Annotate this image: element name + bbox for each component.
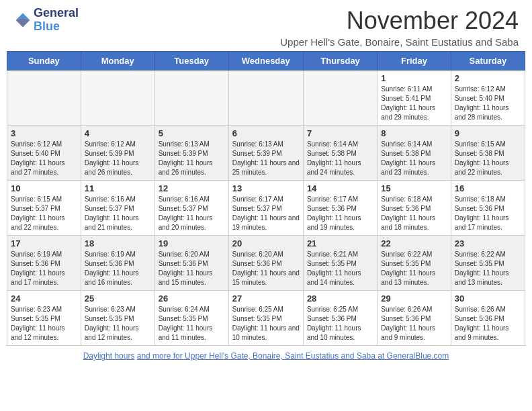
- day-info: Sunrise: 6:24 AMSunset: 5:35 PMDaylight:…: [159, 305, 225, 342]
- day-cell-4: 4Sunrise: 6:12 AMSunset: 5:39 PMDaylight…: [81, 126, 154, 181]
- day-info: Sunrise: 6:18 AMSunset: 5:36 PMDaylight:…: [381, 195, 447, 232]
- day-number: 20: [232, 238, 300, 248]
- day-header-tuesday: Tuesday: [154, 52, 228, 71]
- day-cell-25: 25Sunrise: 6:23 AMSunset: 5:35 PMDayligh…: [81, 291, 154, 346]
- day-number: 12: [159, 183, 225, 193]
- day-info: Sunrise: 6:26 AMSunset: 5:36 PMDaylight:…: [381, 305, 447, 342]
- day-number: 13: [232, 183, 300, 193]
- day-number: 21: [307, 238, 373, 248]
- day-header-saturday: Saturday: [451, 52, 525, 71]
- daylight-hours-link[interactable]: Daylight hours: [83, 351, 135, 361]
- day-number: 6: [232, 128, 300, 138]
- day-cell-9: 9Sunrise: 6:15 AMSunset: 5:38 PMDaylight…: [451, 126, 525, 181]
- day-cell-13: 13Sunrise: 6:17 AMSunset: 5:37 PMDayligh…: [228, 181, 303, 236]
- day-cell-22: 22Sunrise: 6:22 AMSunset: 5:35 PMDayligh…: [378, 236, 451, 291]
- day-cell-2: 2Sunrise: 6:12 AMSunset: 5:40 PMDaylight…: [451, 71, 525, 126]
- day-cell-3: 3Sunrise: 6:12 AMSunset: 5:40 PMDaylight…: [7, 126, 81, 181]
- logo: General Blue: [13, 7, 79, 34]
- week-row-3: 10Sunrise: 6:15 AMSunset: 5:37 PMDayligh…: [7, 181, 525, 236]
- day-cell-29: 29Sunrise: 6:26 AMSunset: 5:36 PMDayligh…: [378, 291, 451, 346]
- day-cell-28: 28Sunrise: 6:25 AMSunset: 5:36 PMDayligh…: [303, 291, 377, 346]
- day-cell-21: 21Sunrise: 6:21 AMSunset: 5:35 PMDayligh…: [303, 236, 377, 291]
- footer-suffix: and more for Upper Hell's Gate, Bonaire,…: [137, 351, 449, 361]
- week-row-5: 24Sunrise: 6:23 AMSunset: 5:35 PMDayligh…: [7, 291, 525, 346]
- day-cell-27: 27Sunrise: 6:25 AMSunset: 5:35 PMDayligh…: [228, 291, 303, 346]
- day-cell-26: 26Sunrise: 6:24 AMSunset: 5:35 PMDayligh…: [154, 291, 228, 346]
- day-info: Sunrise: 6:15 AMSunset: 5:37 PMDaylight:…: [11, 195, 77, 232]
- empty-cell: [228, 71, 303, 126]
- footer: Daylight hours and more for Upper Hell's…: [0, 346, 532, 366]
- day-number: 7: [307, 128, 373, 138]
- calendar-table: SundayMondayTuesdayWednesdayThursdayFrid…: [7, 51, 525, 346]
- page-container: General Blue November 2024 Upper Hell's …: [0, 0, 532, 366]
- day-cell-6: 6Sunrise: 6:13 AMSunset: 5:39 PMDaylight…: [228, 126, 303, 181]
- day-number: 28: [307, 293, 373, 304]
- day-cell-11: 11Sunrise: 6:16 AMSunset: 5:37 PMDayligh…: [81, 181, 154, 236]
- day-number: 11: [85, 183, 151, 193]
- day-info: Sunrise: 6:15 AMSunset: 5:38 PMDaylight:…: [455, 140, 521, 177]
- day-number: 16: [455, 183, 521, 193]
- day-info: Sunrise: 6:16 AMSunset: 5:37 PMDaylight:…: [85, 195, 151, 232]
- day-cell-19: 19Sunrise: 6:20 AMSunset: 5:36 PMDayligh…: [154, 236, 228, 291]
- week-row-4: 17Sunrise: 6:19 AMSunset: 5:36 PMDayligh…: [7, 236, 525, 291]
- logo-text: General Blue: [34, 7, 79, 34]
- day-cell-14: 14Sunrise: 6:17 AMSunset: 5:36 PMDayligh…: [303, 181, 377, 236]
- day-cell-8: 8Sunrise: 6:14 AMSunset: 5:38 PMDaylight…: [378, 126, 451, 181]
- day-info: Sunrise: 6:13 AMSunset: 5:39 PMDaylight:…: [159, 140, 225, 177]
- day-info: Sunrise: 6:20 AMSunset: 5:36 PMDaylight:…: [159, 250, 225, 287]
- day-info: Sunrise: 6:25 AMSunset: 5:35 PMDaylight:…: [232, 305, 300, 342]
- week-row-1: 1Sunrise: 6:11 AMSunset: 5:41 PMDaylight…: [7, 71, 525, 126]
- empty-cell: [81, 71, 154, 126]
- day-cell-15: 15Sunrise: 6:18 AMSunset: 5:36 PMDayligh…: [378, 181, 451, 236]
- day-header-monday: Monday: [81, 52, 154, 71]
- day-cell-7: 7Sunrise: 6:14 AMSunset: 5:38 PMDaylight…: [303, 126, 377, 181]
- day-headers-row: SundayMondayTuesdayWednesdayThursdayFrid…: [7, 52, 525, 71]
- day-cell-24: 24Sunrise: 6:23 AMSunset: 5:35 PMDayligh…: [7, 291, 81, 346]
- empty-cell: [7, 71, 81, 126]
- day-number: 17: [11, 238, 77, 248]
- day-number: 4: [85, 128, 151, 138]
- day-info: Sunrise: 6:12 AMSunset: 5:40 PMDaylight:…: [11, 140, 77, 177]
- day-info: Sunrise: 6:23 AMSunset: 5:35 PMDaylight:…: [85, 305, 151, 342]
- header: General Blue November 2024 Upper Hell's …: [0, 0, 532, 51]
- day-number: 23: [455, 238, 521, 248]
- day-cell-18: 18Sunrise: 6:19 AMSunset: 5:36 PMDayligh…: [81, 236, 154, 291]
- logo-icon: [13, 11, 32, 30]
- day-header-sunday: Sunday: [7, 52, 81, 71]
- day-info: Sunrise: 6:17 AMSunset: 5:36 PMDaylight:…: [307, 195, 373, 232]
- day-number: 25: [85, 293, 151, 304]
- day-info: Sunrise: 6:14 AMSunset: 5:38 PMDaylight:…: [381, 140, 447, 177]
- day-number: 27: [232, 293, 300, 304]
- month-title: November 2024: [280, 7, 519, 35]
- day-number: 5: [159, 128, 225, 138]
- day-cell-20: 20Sunrise: 6:20 AMSunset: 5:36 PMDayligh…: [228, 236, 303, 291]
- day-info: Sunrise: 6:23 AMSunset: 5:35 PMDaylight:…: [11, 305, 77, 342]
- day-number: 19: [159, 238, 225, 248]
- day-number: 18: [85, 238, 151, 248]
- day-info: Sunrise: 6:21 AMSunset: 5:35 PMDaylight:…: [307, 250, 373, 287]
- title-section: November 2024 Upper Hell's Gate, Bonaire…: [280, 7, 519, 48]
- day-number: 15: [381, 183, 447, 193]
- day-number: 29: [381, 293, 447, 304]
- day-info: Sunrise: 6:18 AMSunset: 5:36 PMDaylight:…: [455, 195, 521, 232]
- day-info: Sunrise: 6:19 AMSunset: 5:36 PMDaylight:…: [11, 250, 77, 287]
- day-number: 1: [381, 73, 447, 83]
- day-cell-1: 1Sunrise: 6:11 AMSunset: 5:41 PMDaylight…: [378, 71, 451, 126]
- day-number: 30: [455, 293, 521, 304]
- day-info: Sunrise: 6:26 AMSunset: 5:36 PMDaylight:…: [455, 305, 521, 342]
- day-info: Sunrise: 6:12 AMSunset: 5:40 PMDaylight:…: [455, 85, 521, 122]
- day-number: 9: [455, 128, 521, 138]
- day-info: Sunrise: 6:25 AMSunset: 5:36 PMDaylight:…: [307, 305, 373, 342]
- day-number: 24: [11, 293, 77, 304]
- day-info: Sunrise: 6:22 AMSunset: 5:35 PMDaylight:…: [455, 250, 521, 287]
- day-number: 22: [381, 238, 447, 248]
- day-number: 14: [307, 183, 373, 193]
- day-info: Sunrise: 6:22 AMSunset: 5:35 PMDaylight:…: [381, 250, 447, 287]
- day-info: Sunrise: 6:20 AMSunset: 5:36 PMDaylight:…: [232, 250, 300, 287]
- day-header-friday: Friday: [378, 52, 451, 71]
- day-cell-5: 5Sunrise: 6:13 AMSunset: 5:39 PMDaylight…: [154, 126, 228, 181]
- day-header-wednesday: Wednesday: [228, 52, 303, 71]
- day-number: 10: [11, 183, 77, 193]
- day-cell-12: 12Sunrise: 6:16 AMSunset: 5:37 PMDayligh…: [154, 181, 228, 236]
- day-cell-17: 17Sunrise: 6:19 AMSunset: 5:36 PMDayligh…: [7, 236, 81, 291]
